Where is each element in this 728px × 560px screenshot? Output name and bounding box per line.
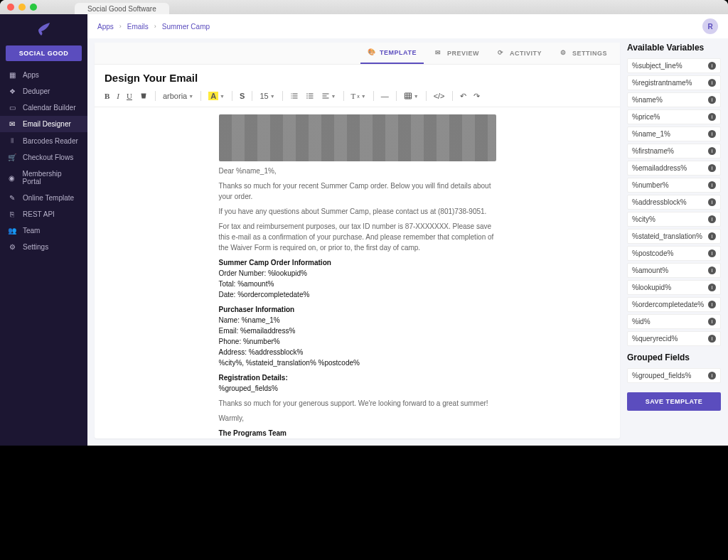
grouped-field-item[interactable]: %grouped_fields%i — [627, 368, 721, 383]
variable-item[interactable]: %postcode%i — [627, 246, 721, 261]
tab-activity[interactable]: ⟳ ACTIVITY — [491, 43, 549, 64]
font-size-select[interactable]: 15 ▼ — [259, 92, 274, 100]
topbar: Apps › Emails › Summer Camp R — [87, 14, 728, 38]
variable-item[interactable]: %price%i — [627, 109, 721, 124]
info-icon[interactable]: i — [708, 181, 716, 189]
info-icon[interactable]: i — [708, 198, 716, 206]
breadcrumb-apps[interactable]: Apps — [97, 23, 114, 31]
tab-template[interactable]: 🎨 TEMPLATE — [360, 43, 424, 64]
paragraph-format-button[interactable]: Tx ▼ — [351, 92, 366, 100]
bold-button[interactable]: B — [105, 92, 109, 100]
layers-icon: ❖ — [7, 87, 17, 95]
table-button[interactable]: ▼ — [404, 92, 419, 100]
info-icon[interactable]: i — [708, 301, 716, 308]
breadcrumb-summer-camp[interactable]: Summer Camp — [162, 23, 210, 31]
browser-tab[interactable]: Social Good Software — [75, 3, 169, 14]
gear-icon: ⚙ — [7, 243, 17, 251]
tab-preview[interactable]: ✉ PREVIEW — [428, 43, 486, 64]
variable-name: %number% — [632, 181, 669, 189]
chevron-down-icon: ▼ — [270, 94, 275, 99]
info-icon[interactable]: i — [708, 62, 716, 70]
italic-button[interactable]: I — [117, 92, 119, 100]
variables-list: %subject_line%i %registrantname%i %name%… — [627, 58, 721, 348]
user-avatar[interactable]: R — [702, 18, 718, 34]
toolbar-separator — [155, 91, 156, 101]
sidebar-item-checkout-flows[interactable]: 🛒 Checkout Flows — [0, 149, 87, 166]
window-close-icon[interactable] — [7, 4, 14, 11]
sidebar-item-membership-portal[interactable]: ◉ Membership Portal — [0, 166, 87, 190]
sidebar-item-calendar-builder[interactable]: ▭ Calendar Builder — [0, 99, 87, 116]
sidebar-item-team[interactable]: 👥 Team — [0, 222, 87, 239]
sidebar-item-apps[interactable]: ▦ Apps — [0, 67, 87, 83]
breadcrumb-emails[interactable]: Emails — [127, 23, 149, 31]
variable-item[interactable]: %addressblock%i — [627, 195, 721, 210]
unordered-list-button[interactable] — [306, 92, 314, 100]
variable-item[interactable]: %name%i — [627, 92, 721, 107]
sidebar-item-settings[interactable]: ⚙ Settings — [0, 239, 87, 255]
info-icon[interactable]: i — [708, 147, 716, 155]
email-canvas[interactable]: Dear %name_1%, Thanks so much for your r… — [95, 107, 620, 438]
email-greeting: Dear %name_1%, — [219, 166, 496, 176]
chevron-down-icon: ▼ — [331, 94, 336, 99]
info-icon[interactable]: i — [708, 79, 716, 87]
info-icon[interactable]: i — [708, 130, 716, 138]
window-minimize-icon[interactable] — [18, 4, 26, 11]
brand-button[interactable]: SOCIAL GOOD — [6, 45, 82, 61]
info-icon[interactable]: i — [708, 284, 716, 291]
info-icon[interactable]: i — [708, 164, 716, 172]
bucket-button[interactable] — [139, 92, 148, 100]
sidebar-item-label: Barcodes Reader — [23, 137, 78, 145]
sidebar-item-rest-api[interactable]: ⎘ REST API — [0, 206, 87, 222]
variable-item[interactable]: %ordercompletedate%i — [627, 297, 721, 312]
code-view-button[interactable]: </> — [434, 92, 445, 100]
info-icon[interactable]: i — [708, 318, 716, 325]
strikethrough-button[interactable]: S — [240, 92, 245, 100]
underline-button[interactable]: U — [127, 92, 132, 100]
redo-button[interactable]: ↷ — [473, 92, 480, 101]
variable-item[interactable]: %id%i — [627, 314, 721, 329]
email-order-total: Total: %amount% — [219, 279, 496, 289]
tab-settings[interactable]: ⚙ SETTINGS — [553, 43, 614, 64]
editor-toolbar: B I U arboria ▼ A — [95, 88, 620, 107]
window-maximize-icon[interactable] — [30, 4, 37, 11]
variable-item[interactable]: %subject_line%i — [627, 58, 721, 73]
sidebar-item-barcodes-reader[interactable]: ⦀ Barcodes Reader — [0, 132, 87, 149]
align-button[interactable]: ▼ — [321, 92, 336, 100]
horizontal-rule-button[interactable]: — — [381, 92, 389, 100]
info-icon[interactable]: i — [708, 215, 716, 223]
sidebar-item-online-template[interactable]: ✎ Online Template — [0, 190, 87, 206]
barcode-icon: ⦀ — [7, 136, 17, 145]
ordered-list-button[interactable] — [290, 92, 299, 100]
variable-item[interactable]: %queryrecid%i — [627, 331, 721, 346]
editor-heading: Design Your Email — [95, 65, 620, 88]
info-icon[interactable]: i — [708, 96, 716, 104]
sidebar-item-deduper[interactable]: ❖ Deduper — [0, 83, 87, 99]
content-wrap: 🎨 TEMPLATE ✉ PREVIEW ⟳ ACTIVITY ⚙ — [87, 38, 728, 446]
variable-item[interactable]: %lookupid%i — [627, 280, 721, 295]
variable-item[interactable]: %name_1%i — [627, 126, 721, 141]
variable-item[interactable]: %city%i — [627, 212, 721, 227]
font-family-select[interactable]: arboria ▼ — [163, 92, 193, 100]
variable-item[interactable]: %stateid_translation%i — [627, 229, 721, 244]
variable-item[interactable]: %firstname%i — [627, 144, 721, 158]
info-icon[interactable]: i — [708, 113, 716, 121]
variable-item[interactable]: %registrantname%i — [627, 75, 721, 90]
email-contact: If you have any questions about Summer C… — [219, 206, 496, 217]
variable-item[interactable]: %amount%i — [627, 263, 721, 278]
info-icon[interactable]: i — [708, 372, 716, 379]
undo-button[interactable]: ↶ — [460, 92, 466, 101]
variable-item[interactable]: %number%i — [627, 178, 721, 193]
variable-item[interactable]: %emailaddress%i — [627, 161, 721, 176]
text-color-button[interactable]: A ▼ — [208, 92, 225, 100]
email-body: Dear %name_1%, Thanks so much for your r… — [219, 114, 496, 438]
info-icon[interactable]: i — [708, 266, 716, 274]
people-icon: 👥 — [7, 227, 17, 235]
text-color-letter: A — [208, 92, 218, 100]
save-template-button[interactable]: SAVE TEMPLATE — [627, 392, 721, 411]
tab-label: TEMPLATE — [380, 49, 417, 56]
info-icon[interactable]: i — [708, 249, 716, 257]
info-icon[interactable]: i — [708, 335, 716, 343]
sidebar-item-email-designer[interactable]: ✉ Email Designer — [0, 116, 87, 132]
info-icon[interactable]: i — [708, 232, 716, 240]
toolbar-separator — [232, 91, 232, 101]
